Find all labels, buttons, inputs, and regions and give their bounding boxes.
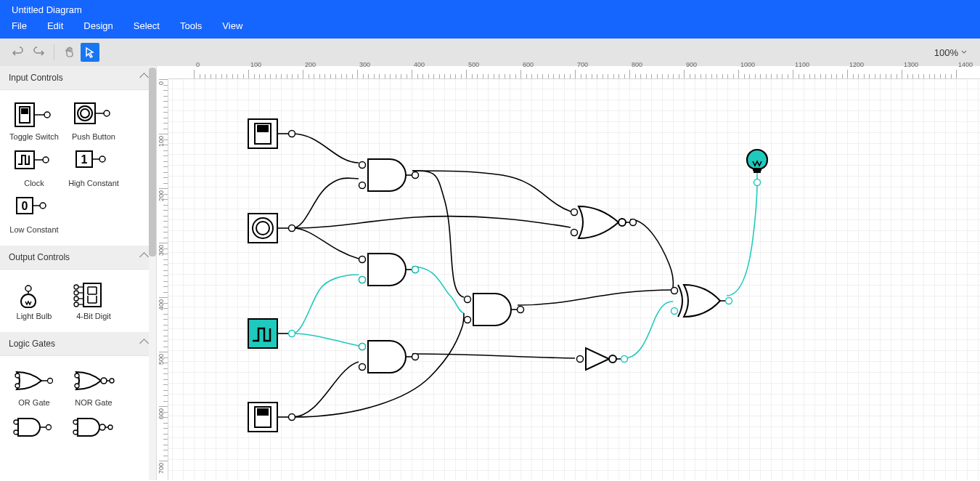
svg-point-96 bbox=[726, 298, 732, 304]
undo-icon bbox=[12, 47, 24, 58]
component-sw1[interactable] bbox=[248, 119, 288, 148]
svg-point-26 bbox=[74, 302, 78, 307]
palette-label: Low Constant bbox=[9, 225, 58, 234]
or-icon bbox=[12, 363, 56, 398]
svg-rect-2 bbox=[21, 108, 28, 114]
menu-file[interactable]: File bbox=[12, 20, 27, 31]
svg-point-88 bbox=[571, 230, 578, 236]
palette-bulb[interactable]: Light Bulb bbox=[4, 277, 64, 320]
palette-label: Clock bbox=[24, 179, 44, 187]
svg-point-7 bbox=[81, 109, 89, 118]
chevron-up-icon bbox=[141, 73, 147, 83]
component-bulb1[interactable] bbox=[747, 150, 767, 179]
palette-nand[interactable] bbox=[64, 410, 123, 445]
palette-label: NOR Gate bbox=[75, 398, 112, 407]
zoom-dropdown[interactable]: 100% bbox=[934, 47, 971, 58]
sidebar-section-title: Logic Gates bbox=[9, 339, 55, 349]
component-nor1[interactable] bbox=[579, 206, 629, 238]
svg-point-9 bbox=[104, 110, 110, 116]
and-icon bbox=[12, 410, 56, 445]
svg-text:0: 0 bbox=[22, 200, 28, 212]
palette-label: 4-Bit Digit bbox=[76, 312, 111, 320]
palette-nor[interactable]: NOR Gate bbox=[64, 363, 123, 407]
sidebar-section-title: Input Controls bbox=[9, 73, 63, 83]
svg-point-61 bbox=[289, 225, 295, 232]
redo-button[interactable] bbox=[29, 43, 48, 62]
svg-point-69 bbox=[289, 414, 295, 421]
svg-rect-62 bbox=[248, 319, 277, 348]
svg-point-71 bbox=[359, 162, 366, 169]
sidebar-section-title: Output Controls bbox=[9, 252, 70, 262]
pan-tool-button[interactable] bbox=[60, 43, 79, 62]
scrollbar-thumb[interactable] bbox=[149, 68, 156, 256]
component-not1[interactable] bbox=[586, 348, 621, 370]
svg-point-99 bbox=[359, 277, 366, 283]
palette-and[interactable] bbox=[4, 410, 64, 445]
menu-view[interactable]: View bbox=[222, 20, 242, 31]
component-btn1[interactable] bbox=[248, 214, 288, 243]
svg-point-64 bbox=[289, 331, 295, 337]
svg-point-47 bbox=[108, 425, 113, 429]
bulb-icon bbox=[12, 277, 56, 312]
component-and4[interactable] bbox=[473, 294, 517, 326]
pointer-tool-button[interactable] bbox=[81, 43, 99, 62]
menu-design[interactable]: Design bbox=[83, 20, 113, 31]
chevron-up-icon bbox=[141, 252, 147, 262]
svg-point-92 bbox=[621, 356, 628, 363]
palette-digit[interactable]: 4-Bit Digit bbox=[64, 277, 123, 320]
svg-rect-54 bbox=[257, 125, 269, 132]
svg-point-39 bbox=[75, 373, 79, 378]
pointer-icon bbox=[84, 47, 96, 58]
component-xor1[interactable] bbox=[678, 285, 725, 317]
sidebar-section-body: Light Bulb4-Bit Digit bbox=[0, 270, 156, 332]
hand-icon bbox=[64, 47, 75, 58]
palette-label: Toggle Switch bbox=[9, 132, 59, 141]
sidebar-section-header[interactable]: Logic Gates bbox=[0, 332, 156, 356]
svg-point-36 bbox=[101, 378, 107, 384]
palette-label: Push Button bbox=[72, 132, 115, 141]
clock-icon bbox=[12, 144, 56, 179]
svg-point-91 bbox=[577, 356, 584, 363]
chevron-down-icon bbox=[961, 49, 967, 55]
redo-icon bbox=[33, 47, 44, 58]
palette-const-0[interactable]: 0Low Constant bbox=[4, 190, 64, 234]
palette-or[interactable]: OR Gate bbox=[4, 363, 64, 407]
component-clk1[interactable] bbox=[248, 319, 288, 348]
svg-point-59 bbox=[256, 222, 269, 235]
svg-point-33 bbox=[48, 379, 53, 384]
component-and1[interactable] bbox=[368, 159, 412, 191]
document-title: Untitled Diagram bbox=[0, 0, 980, 20]
svg-point-89 bbox=[630, 219, 637, 226]
digit-icon bbox=[72, 277, 115, 312]
canvas[interactable] bbox=[168, 79, 980, 480]
sidebar-section-header[interactable]: Output Controls bbox=[0, 246, 156, 270]
menu-select[interactable]: Select bbox=[134, 20, 160, 31]
svg-point-4 bbox=[44, 112, 50, 118]
svg-point-94 bbox=[671, 288, 678, 294]
menu-tools[interactable]: Tools bbox=[180, 20, 202, 31]
svg-point-72 bbox=[359, 182, 366, 189]
component-and2[interactable] bbox=[368, 254, 412, 286]
sidebar-section-header[interactable]: Input Controls bbox=[0, 66, 156, 90]
toolbar-separator bbox=[54, 44, 54, 60]
svg-point-83 bbox=[465, 296, 471, 303]
palette-push-button[interactable]: Push Button bbox=[64, 97, 123, 141]
component-sw2[interactable] bbox=[248, 403, 288, 432]
svg-point-21 bbox=[25, 286, 31, 291]
component-and3[interactable] bbox=[368, 341, 412, 373]
scrollbar[interactable] bbox=[149, 66, 156, 480]
menu-edit[interactable]: Edit bbox=[47, 20, 63, 31]
push-button-icon bbox=[72, 97, 115, 132]
palette-clock[interactable]: Clock bbox=[4, 144, 64, 187]
const-1-icon: 1 bbox=[72, 144, 115, 179]
palette-toggle-switch[interactable]: Toggle Switch bbox=[4, 97, 64, 141]
undo-button[interactable] bbox=[9, 43, 28, 62]
svg-point-98 bbox=[754, 179, 761, 186]
svg-point-45 bbox=[99, 424, 105, 430]
palette-label: Light Bulb bbox=[17, 312, 52, 320]
svg-point-25 bbox=[74, 296, 78, 301]
svg-point-73 bbox=[412, 172, 419, 179]
toggle-switch-icon bbox=[12, 97, 56, 132]
palette-const-1[interactable]: 1High Constant bbox=[64, 144, 123, 187]
nor-icon bbox=[72, 363, 115, 398]
